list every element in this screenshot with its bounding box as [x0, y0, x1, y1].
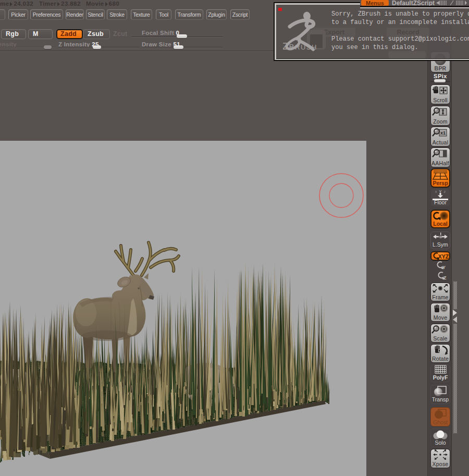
svg-text:Z: Z	[443, 275, 447, 280]
svg-text:XYZ: XYZ	[438, 253, 449, 260]
svg-text:x1: x1	[440, 130, 446, 136]
svg-text:Y: Y	[442, 265, 446, 270]
